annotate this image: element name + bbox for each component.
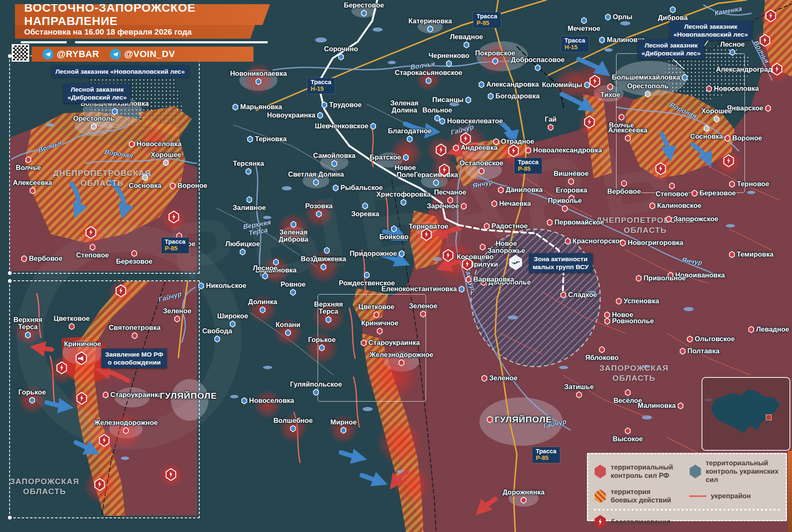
- place-pin: [706, 85, 712, 92]
- place-Зеленое: Зеленое: [163, 307, 191, 322]
- place-Братское: Братское: [370, 154, 409, 161]
- qr-code[interactable]: [12, 44, 29, 62]
- place-pin: [649, 202, 655, 210]
- place-Полтавка: Полтавка: [679, 347, 719, 355]
- place-Мирное: Мирное: [330, 419, 356, 434]
- place-pin: [465, 276, 471, 283]
- place-Сорочино: Сорочино: [324, 45, 358, 60]
- road-badge: ТрассаР-85: [532, 447, 560, 463]
- place-Заречное: Заречное: [427, 202, 467, 210]
- place-label: Вольное: [422, 107, 452, 114]
- place-Святопетровка: Святопетровка: [109, 324, 160, 339]
- place-pin: [320, 263, 326, 270]
- telegram-handle-voin-dv[interactable]: @VOIN_DV: [110, 49, 175, 60]
- place-Вишнёвое: Вишнёвое: [554, 170, 589, 185]
- place-pin: [481, 375, 487, 382]
- place-label: Терсянка: [233, 160, 264, 167]
- place-label: Прилуки: [469, 261, 498, 268]
- place-pin: [565, 238, 571, 245]
- road-badge: ТрассаН-15: [561, 36, 589, 52]
- place-label: Старокасьяновское: [395, 69, 462, 76]
- place-Волчье: Волчье: [16, 156, 41, 171]
- place-label: Светлая Долина: [288, 171, 344, 178]
- place-pin: [479, 167, 485, 175]
- place-pin: [363, 272, 370, 279]
- map-title-banner: ВОСТОЧНО-ЗАПОРОЖСКОЕ НАПРАВЛЕНИЕ: [15, 4, 270, 25]
- place-label: Зеленое: [163, 307, 191, 315]
- place-Орлы: Орлы: [605, 13, 632, 20]
- place-label: Шевченковское: [315, 122, 368, 130]
- place-pin: [407, 135, 413, 142]
- place-Высокое: Высокое: [613, 427, 643, 442]
- place-label: Новоскелеватое: [447, 117, 503, 125]
- place-label: Самойловка: [313, 152, 355, 159]
- place-pin: [399, 250, 405, 257]
- place-label: ВерхняяТерса: [13, 316, 42, 331]
- attack-arrow-blue: [341, 452, 361, 458]
- place-pin: [90, 244, 96, 251]
- place-label: Алексеевка: [608, 127, 648, 134]
- road-badge: ТрассаР-85: [514, 158, 542, 174]
- place-label: Терновка: [255, 135, 286, 142]
- place-label: Березовое: [116, 258, 152, 265]
- place-Левадное: Левадное: [450, 33, 483, 48]
- place-pin: [239, 248, 246, 255]
- place-pin: [636, 275, 642, 282]
- place-pin: [331, 160, 338, 167]
- place-Новониколаевка: Новониколаевка: [230, 70, 287, 85]
- place-pin: [692, 190, 698, 197]
- place-Христофоровка: Христофоровка: [376, 191, 431, 206]
- place-pin: [492, 57, 499, 65]
- place-Даниловка: Даниловка: [498, 186, 543, 193]
- place-pin: [561, 205, 568, 212]
- place-Герасимовка: Герасимовка: [414, 171, 458, 186]
- place-pin: [338, 53, 344, 60]
- place-Староукраинка: Староукраинка: [103, 391, 162, 398]
- place-Зеленое: Зеленое: [409, 302, 437, 317]
- place-pin: [459, 286, 465, 293]
- place-label: Орлы: [613, 13, 632, 20]
- place-pin: [321, 102, 328, 109]
- river-label: Каменка: [714, 5, 742, 17]
- place-label: Лесное: [253, 265, 278, 272]
- place-Степовое: Степовое: [76, 244, 109, 259]
- place-label: Левадное: [756, 326, 789, 333]
- telegram-handle-rybar[interactable]: @RYBAR: [43, 49, 99, 60]
- place-Железнодорожное: Железнодорожное: [94, 419, 158, 434]
- place-label: Волшебное: [273, 417, 313, 424]
- road-badge: ТрассаР-85: [473, 12, 501, 28]
- place-Ровнополье: Ровнополье: [604, 317, 654, 325]
- place-pin: [703, 125, 709, 132]
- place-label: Доброспасовое: [511, 56, 565, 63]
- place-Затишье: Затишье: [564, 383, 594, 398]
- place-Тихое: Тихое: [600, 83, 620, 98]
- place-label: Калиновское: [657, 202, 701, 209]
- place-Новоселовка: Новоселовка: [706, 85, 759, 92]
- place-Новое Запорожье: НовоеЗапорожье: [479, 240, 525, 255]
- place-Терновка: Терновка: [247, 135, 286, 142]
- place-Новоскелеватое: Новоскелеватое: [439, 117, 503, 125]
- place-pin: [576, 391, 582, 398]
- place-pin: [400, 199, 406, 206]
- place-label: Зоревка: [351, 210, 379, 217]
- place-label: Новоселовка: [249, 397, 294, 404]
- legend-divider: [594, 509, 780, 511]
- place-pin: [687, 336, 693, 343]
- place-label: Степовое: [656, 190, 688, 197]
- place-Терноватое: Терноватое: [409, 223, 449, 230]
- place-label: Тихое: [600, 91, 620, 98]
- zone-hatch: [583, 94, 612, 178]
- place-label: Писанцы: [432, 96, 464, 103]
- place-pin: [479, 244, 486, 251]
- place-Криничное: Криничное: [361, 320, 398, 335]
- place-pin: [230, 320, 236, 327]
- place-label: Новоукраинка: [267, 112, 315, 119]
- place-Еленоконстантиновка: Еленоконстантиновка: [381, 285, 465, 292]
- place-Запорожское: Запорожское: [666, 215, 718, 222]
- place-label: Братское: [370, 154, 401, 161]
- place-Нечаевка: Нечаевка: [491, 200, 531, 207]
- place-label: Еленоконстантиновка: [381, 285, 457, 292]
- place-Новоукраинка: Новоукраинка: [267, 112, 323, 119]
- place-Александровка: Александровка: [478, 81, 539, 88]
- place-label: НовоеЗапорожье: [487, 240, 525, 255]
